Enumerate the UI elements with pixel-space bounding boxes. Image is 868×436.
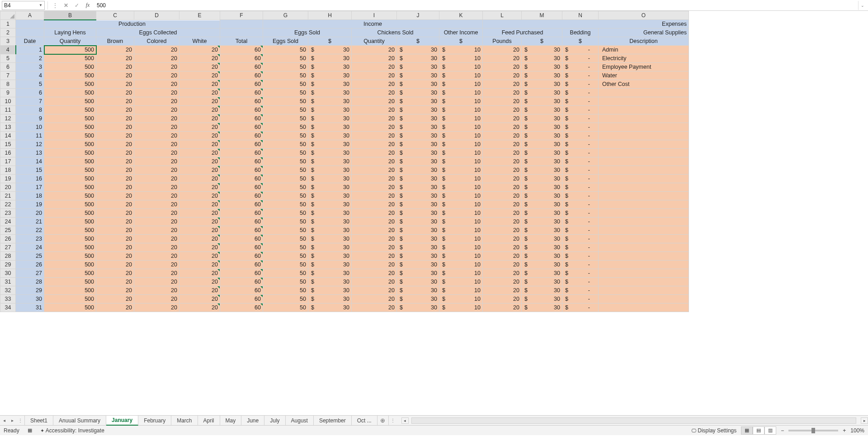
- cell-quantity-19[interactable]: 500: [44, 200, 96, 209]
- cell-description-31[interactable]: [599, 303, 689, 312]
- cell-pounds-10[interactable]: 20: [483, 123, 522, 132]
- cell-pounds-24[interactable]: 20: [483, 243, 522, 252]
- cell-other-24[interactable]: $10: [439, 243, 483, 252]
- cell-brown-10[interactable]: 20: [96, 123, 134, 132]
- cell-chick-qty-19[interactable]: 20: [352, 200, 397, 209]
- cell-total-6[interactable]: 60: [220, 89, 263, 97]
- cell-colored-31[interactable]: 20: [134, 303, 179, 312]
- cell-eggs-dollar-21[interactable]: $30: [308, 218, 352, 226]
- cell-total-9[interactable]: 60: [220, 114, 263, 123]
- cell-description-7[interactable]: [599, 97, 689, 106]
- cell-eggs-dollar-16[interactable]: $30: [308, 175, 352, 183]
- cell-bed-dollar-28[interactable]: $-: [562, 278, 599, 286]
- cell-quantity-30[interactable]: 500: [44, 295, 96, 303]
- formula-input[interactable]: 500: [94, 1, 856, 10]
- cell-brown-8[interactable]: 20: [96, 106, 134, 114]
- col-header-N[interactable]: N: [562, 11, 599, 20]
- row-header-32[interactable]: 32: [0, 286, 16, 295]
- cell-pounds-1[interactable]: 20: [483, 46, 522, 54]
- sheet-tab-may[interactable]: May: [220, 416, 242, 426]
- cell-description-19[interactable]: [599, 200, 689, 209]
- cell-eggs-sold-9[interactable]: 50: [263, 114, 308, 123]
- cell-colored-28[interactable]: 20: [134, 278, 179, 286]
- cell-other-26[interactable]: $10: [439, 261, 483, 269]
- cell-quantity-17[interactable]: 500: [44, 183, 96, 192]
- cell-laying-hens-hdr[interactable]: Laying Hens: [44, 28, 96, 37]
- cell-bed-dollar-7[interactable]: $-: [562, 97, 599, 106]
- cell-eggs-sold-20[interactable]: 50: [263, 209, 308, 218]
- row-header-30[interactable]: 30: [0, 269, 16, 278]
- cell-feed-dollar-8[interactable]: $30: [522, 106, 562, 114]
- cell-brown-1[interactable]: 20: [96, 46, 134, 54]
- tab-nav-more-icon[interactable]: ⋮: [16, 418, 24, 423]
- cell-total-26[interactable]: 60: [220, 261, 263, 269]
- cell-brown-23[interactable]: 20: [96, 235, 134, 243]
- cell-colored-2[interactable]: 20: [134, 54, 179, 63]
- cell-brown-3[interactable]: 20: [96, 63, 134, 71]
- cell-feed-dollar-18[interactable]: $30: [522, 192, 562, 200]
- cell-quantity-10[interactable]: 500: [44, 123, 96, 132]
- cell-feed-dollar-26[interactable]: $30: [522, 261, 562, 269]
- cell-white-30[interactable]: 20: [179, 295, 220, 303]
- cell-eggs-sold-13[interactable]: 50: [263, 149, 308, 157]
- cell-bed-dollar-9[interactable]: $-: [562, 114, 599, 123]
- cell-chick-dollar-20[interactable]: $30: [397, 209, 439, 218]
- zoom-value[interactable]: 100%: [850, 427, 864, 434]
- cell-brown-25[interactable]: 20: [96, 252, 134, 261]
- cell-description-6[interactable]: [599, 89, 689, 97]
- cell-eggs-dollar-26[interactable]: $30: [308, 261, 352, 269]
- cell-chick-qty-15[interactable]: 20: [352, 166, 397, 175]
- cell-white-14[interactable]: 20: [179, 157, 220, 166]
- col-header-C[interactable]: C: [96, 11, 134, 20]
- cell-description-8[interactable]: [599, 106, 689, 114]
- cell-bed-dollar-16[interactable]: $-: [562, 175, 599, 183]
- cell-total-30[interactable]: 60: [220, 295, 263, 303]
- cell-chickens-sold-hdr[interactable]: Chickens Sold: [352, 28, 439, 37]
- cell-feed-dollar-14[interactable]: $30: [522, 157, 562, 166]
- cell-brown-9[interactable]: 20: [96, 114, 134, 123]
- cell-date-8[interactable]: 8: [16, 106, 44, 114]
- cell-brown-30[interactable]: 20: [96, 295, 134, 303]
- cell-pounds-21[interactable]: 20: [483, 218, 522, 226]
- cell-feed-dollar-5[interactable]: $30: [522, 80, 562, 89]
- cell-bed-dollar-6[interactable]: $-: [562, 89, 599, 97]
- row-header-15[interactable]: 15: [0, 140, 16, 149]
- cell-colored-25[interactable]: 20: [134, 252, 179, 261]
- page-layout-view-button[interactable]: ▤: [753, 427, 764, 435]
- cell-white-19[interactable]: 20: [179, 200, 220, 209]
- row-header-8[interactable]: 8: [0, 80, 16, 89]
- hscroll-track[interactable]: [411, 417, 856, 424]
- sheet-tab-sheet1[interactable]: Sheet1: [24, 416, 53, 426]
- cell-feed-dollar-21[interactable]: $30: [522, 218, 562, 226]
- cell-date-3[interactable]: 3: [16, 63, 44, 71]
- row-header-9[interactable]: 9: [0, 89, 16, 97]
- cell-chick-dollar-24[interactable]: $30: [397, 243, 439, 252]
- cell-brown-17[interactable]: 20: [96, 183, 134, 192]
- cell-description-22[interactable]: [599, 226, 689, 235]
- cell-colored-10[interactable]: 20: [134, 123, 179, 132]
- cell-chick-dollar-7[interactable]: $30: [397, 97, 439, 106]
- cell-eggs-dollar-27[interactable]: $30: [308, 269, 352, 278]
- col-header-M[interactable]: M: [522, 11, 562, 20]
- cell-chick-qty-30[interactable]: 20: [352, 295, 397, 303]
- cell-white-10[interactable]: 20: [179, 123, 220, 132]
- cell-colored-12[interactable]: 20: [134, 140, 179, 149]
- cell-bed-dollar-2[interactable]: $-: [562, 54, 599, 63]
- cell-chick-dollar-14[interactable]: $30: [397, 157, 439, 166]
- cell-bed-dollar-26[interactable]: $-: [562, 261, 599, 269]
- cell-chick-qty-21[interactable]: 20: [352, 218, 397, 226]
- cell-colored-9[interactable]: 20: [134, 114, 179, 123]
- cell-feed-dollar-31[interactable]: $30: [522, 303, 562, 312]
- cell-description-24[interactable]: [599, 243, 689, 252]
- cell-eggs-sold-24[interactable]: 50: [263, 243, 308, 252]
- cell-bed-dollar-20[interactable]: $-: [562, 209, 599, 218]
- cell-bed-dollar-24[interactable]: $-: [562, 243, 599, 252]
- col-header-B[interactable]: B: [44, 11, 96, 20]
- cell-white-3[interactable]: 20: [179, 63, 220, 71]
- cell-white-29[interactable]: 20: [179, 286, 220, 295]
- cell-F2[interactable]: [220, 28, 263, 37]
- cell-colored-30[interactable]: 20: [134, 295, 179, 303]
- cell-colored-15[interactable]: 20: [134, 166, 179, 175]
- cell-white-27[interactable]: 20: [179, 269, 220, 278]
- cell-white-2[interactable]: 20: [179, 54, 220, 63]
